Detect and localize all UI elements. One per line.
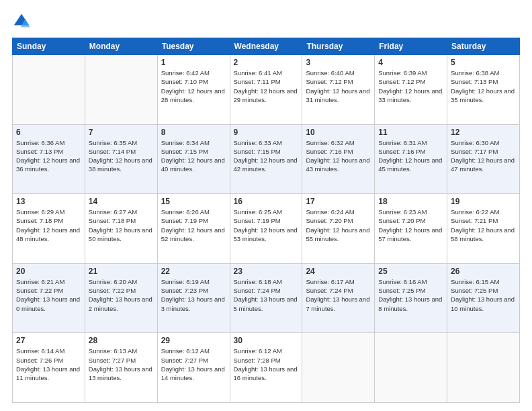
day-cell: 1Sunrise: 6:42 AM Sunset: 7:10 PM Daylig… (157, 55, 230, 125)
day-info: Sunrise: 6:22 AM Sunset: 7:21 PM Dayligh… (451, 208, 516, 243)
col-header-tuesday: Tuesday (157, 38, 230, 55)
day-number: 2 (234, 58, 299, 67)
day-number: 13 (16, 197, 81, 206)
week-row-1: 1Sunrise: 6:42 AM Sunset: 7:10 PM Daylig… (13, 55, 520, 125)
day-number: 9 (234, 128, 299, 137)
day-info: Sunrise: 6:30 AM Sunset: 7:17 PM Dayligh… (451, 138, 516, 174)
day-number: 7 (89, 128, 154, 137)
day-cell: 25Sunrise: 6:16 AM Sunset: 7:25 PM Dayli… (375, 263, 447, 333)
day-number: 24 (306, 267, 371, 276)
day-number: 15 (161, 197, 226, 206)
day-cell: 14Sunrise: 6:27 AM Sunset: 7:18 PM Dayli… (85, 194, 157, 264)
day-number: 25 (378, 267, 443, 276)
day-cell: 28Sunrise: 6:13 AM Sunset: 7:27 PM Dayli… (85, 333, 157, 403)
day-cell: 19Sunrise: 6:22 AM Sunset: 7:21 PM Dayli… (447, 194, 520, 264)
day-number: 27 (16, 336, 81, 345)
col-header-saturday: Saturday (447, 38, 520, 55)
day-cell: 21Sunrise: 6:20 AM Sunset: 7:22 PM Dayli… (85, 263, 157, 333)
col-header-wednesday: Wednesday (230, 38, 302, 55)
day-info: Sunrise: 6:27 AM Sunset: 7:18 PM Dayligh… (89, 208, 154, 243)
day-info: Sunrise: 6:12 AM Sunset: 7:27 PM Dayligh… (161, 347, 226, 382)
day-cell: 5Sunrise: 6:38 AM Sunset: 7:13 PM Daylig… (447, 55, 520, 125)
day-cell (375, 333, 447, 403)
day-cell: 12Sunrise: 6:30 AM Sunset: 7:17 PM Dayli… (447, 124, 520, 194)
day-number: 22 (161, 267, 226, 276)
day-info: Sunrise: 6:14 AM Sunset: 7:26 PM Dayligh… (16, 347, 81, 382)
col-header-thursday: Thursday (302, 38, 375, 55)
day-cell: 16Sunrise: 6:25 AM Sunset: 7:19 PM Dayli… (230, 194, 302, 264)
day-info: Sunrise: 6:39 AM Sunset: 7:12 PM Dayligh… (378, 68, 443, 104)
day-number: 28 (89, 336, 154, 345)
col-header-friday: Friday (375, 38, 447, 55)
logo-icon (12, 12, 31, 31)
day-cell: 29Sunrise: 6:12 AM Sunset: 7:27 PM Dayli… (157, 333, 230, 403)
day-info: Sunrise: 6:25 AM Sunset: 7:19 PM Dayligh… (234, 208, 299, 243)
day-info: Sunrise: 6:20 AM Sunset: 7:22 PM Dayligh… (89, 277, 154, 313)
day-cell: 11Sunrise: 6:31 AM Sunset: 7:16 PM Dayli… (375, 124, 447, 194)
day-info: Sunrise: 6:35 AM Sunset: 7:14 PM Dayligh… (89, 138, 154, 174)
calendar-header-row: SundayMondayTuesdayWednesdayThursdayFrid… (13, 38, 520, 55)
day-cell (85, 55, 157, 125)
day-info: Sunrise: 6:21 AM Sunset: 7:22 PM Dayligh… (16, 277, 81, 313)
day-cell: 7Sunrise: 6:35 AM Sunset: 7:14 PM Daylig… (85, 124, 157, 194)
day-number: 11 (378, 128, 443, 137)
day-number: 10 (306, 128, 371, 137)
day-number: 23 (234, 267, 299, 276)
day-cell (13, 55, 85, 125)
day-cell: 26Sunrise: 6:15 AM Sunset: 7:25 PM Dayli… (447, 263, 520, 333)
day-info: Sunrise: 6:33 AM Sunset: 7:15 PM Dayligh… (234, 138, 299, 174)
header (12, 12, 520, 31)
day-number: 6 (16, 128, 81, 137)
day-cell: 4Sunrise: 6:39 AM Sunset: 7:12 PM Daylig… (375, 55, 447, 125)
day-info: Sunrise: 6:36 AM Sunset: 7:13 PM Dayligh… (16, 138, 81, 174)
day-cell: 3Sunrise: 6:40 AM Sunset: 7:12 PM Daylig… (302, 55, 375, 125)
week-row-4: 20Sunrise: 6:21 AM Sunset: 7:22 PM Dayli… (13, 263, 520, 333)
day-number: 14 (89, 197, 154, 206)
day-info: Sunrise: 6:16 AM Sunset: 7:25 PM Dayligh… (378, 277, 443, 313)
day-cell: 30Sunrise: 6:12 AM Sunset: 7:28 PM Dayli… (230, 333, 302, 403)
day-number: 18 (378, 197, 443, 206)
day-info: Sunrise: 6:32 AM Sunset: 7:16 PM Dayligh… (306, 138, 371, 174)
day-cell: 24Sunrise: 6:17 AM Sunset: 7:24 PM Dayli… (302, 263, 375, 333)
page: SundayMondayTuesdayWednesdayThursdayFrid… (0, 0, 532, 411)
day-info: Sunrise: 6:41 AM Sunset: 7:11 PM Dayligh… (234, 68, 299, 104)
day-number: 16 (234, 197, 299, 206)
day-cell: 17Sunrise: 6:24 AM Sunset: 7:20 PM Dayli… (302, 194, 375, 264)
day-info: Sunrise: 6:40 AM Sunset: 7:12 PM Dayligh… (306, 68, 371, 104)
week-row-5: 27Sunrise: 6:14 AM Sunset: 7:26 PM Dayli… (13, 333, 520, 403)
day-info: Sunrise: 6:13 AM Sunset: 7:27 PM Dayligh… (89, 347, 154, 382)
day-info: Sunrise: 6:38 AM Sunset: 7:13 PM Dayligh… (451, 68, 516, 104)
day-info: Sunrise: 6:19 AM Sunset: 7:23 PM Dayligh… (161, 277, 226, 313)
day-number: 8 (161, 128, 226, 137)
day-cell: 2Sunrise: 6:41 AM Sunset: 7:11 PM Daylig… (230, 55, 302, 125)
day-cell: 9Sunrise: 6:33 AM Sunset: 7:15 PM Daylig… (230, 124, 302, 194)
day-number: 30 (234, 336, 299, 345)
day-cell: 6Sunrise: 6:36 AM Sunset: 7:13 PM Daylig… (13, 124, 85, 194)
logo (12, 12, 35, 31)
day-cell (447, 333, 520, 403)
day-cell: 10Sunrise: 6:32 AM Sunset: 7:16 PM Dayli… (302, 124, 375, 194)
day-cell: 15Sunrise: 6:26 AM Sunset: 7:19 PM Dayli… (157, 194, 230, 264)
day-number: 1 (161, 58, 226, 67)
day-number: 29 (161, 336, 226, 345)
day-info: Sunrise: 6:26 AM Sunset: 7:19 PM Dayligh… (161, 208, 226, 243)
day-cell: 13Sunrise: 6:29 AM Sunset: 7:18 PM Dayli… (13, 194, 85, 264)
col-header-sunday: Sunday (13, 38, 85, 55)
week-row-2: 6Sunrise: 6:36 AM Sunset: 7:13 PM Daylig… (13, 124, 520, 194)
day-number: 4 (378, 58, 443, 67)
day-cell: 27Sunrise: 6:14 AM Sunset: 7:26 PM Dayli… (13, 333, 85, 403)
day-cell: 22Sunrise: 6:19 AM Sunset: 7:23 PM Dayli… (157, 263, 230, 333)
day-number: 3 (306, 58, 371, 67)
day-info: Sunrise: 6:34 AM Sunset: 7:15 PM Dayligh… (161, 138, 226, 174)
day-number: 20 (16, 267, 81, 276)
day-number: 21 (89, 267, 154, 276)
week-row-3: 13Sunrise: 6:29 AM Sunset: 7:18 PM Dayli… (13, 194, 520, 264)
day-info: Sunrise: 6:24 AM Sunset: 7:20 PM Dayligh… (306, 208, 371, 243)
day-cell: 18Sunrise: 6:23 AM Sunset: 7:20 PM Dayli… (375, 194, 447, 264)
day-number: 26 (451, 267, 516, 276)
day-info: Sunrise: 6:17 AM Sunset: 7:24 PM Dayligh… (306, 277, 371, 313)
day-info: Sunrise: 6:29 AM Sunset: 7:18 PM Dayligh… (16, 208, 81, 243)
day-cell: 8Sunrise: 6:34 AM Sunset: 7:15 PM Daylig… (157, 124, 230, 194)
day-cell: 23Sunrise: 6:18 AM Sunset: 7:24 PM Dayli… (230, 263, 302, 333)
calendar: SundayMondayTuesdayWednesdayThursdayFrid… (12, 38, 520, 403)
